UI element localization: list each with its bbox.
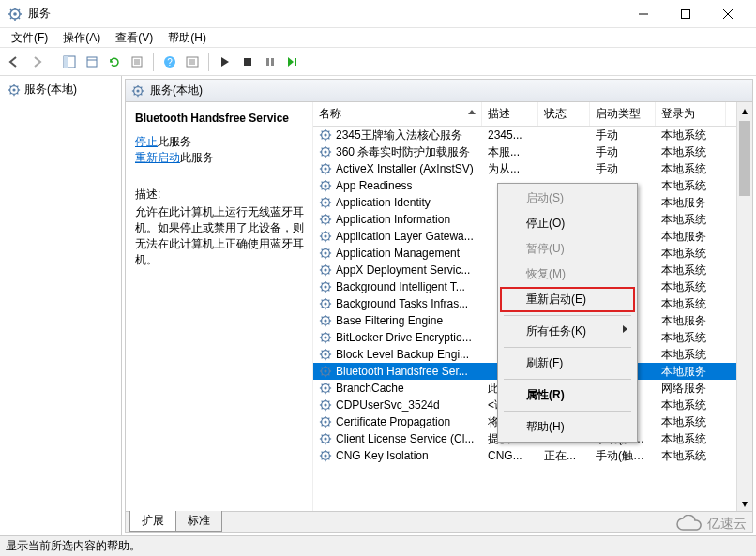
service-logon: 本地系统 [656,447,726,465]
toolbar-icon[interactable] [182,52,203,72]
menu-view[interactable]: 查看(V) [108,28,160,48]
service-status [538,134,590,136]
gear-icon [319,263,332,277]
service-desc: CNG... [482,448,538,463]
menu-help[interactable]: 帮助(H) [160,28,214,48]
service-name: Certificate Propagation [336,415,450,428]
restart-service-line: 重新启动此服务 [135,150,305,166]
service-desc: 为从... [482,160,538,178]
cm-refresh[interactable]: 刷新(F) [500,351,635,376]
tabs: 扩展 标准 [126,511,752,532]
stop-service-line: 停止此服务 [135,134,305,150]
maximize-button[interactable] [664,0,706,28]
forward-button[interactable] [26,52,47,72]
menu-file[interactable]: 文件(F) [4,28,55,48]
menu-action[interactable]: 操作(A) [55,28,108,48]
right-panel: 服务(本地) Bluetooth Handsfree Service 停止此服务… [125,79,753,533]
export-button[interactable] [82,52,102,72]
status-text: 显示当前所选内容的帮助。 [6,538,141,554]
gear-icon [319,348,332,361]
cm-help[interactable]: 帮助(H) [500,414,635,440]
cm-separator [504,379,631,380]
gear-icon [319,398,332,412]
table-row[interactable]: 2345王牌输入法核心服务2345...手动本地系统 [313,127,752,143]
vertical-scrollbar[interactable]: ▴ ▾ [736,102,752,511]
stop-button[interactable] [237,52,258,72]
service-status [538,151,590,153]
service-name: Application Information [336,213,450,226]
col-logon[interactable]: 登录为 [656,102,726,126]
cm-pause: 暂停(U) [500,236,635,262]
gear-icon [319,280,332,293]
gear-icon [319,230,332,243]
service-logon: 本地系统 [656,413,726,431]
col-start[interactable]: 启动类型 [590,102,656,126]
restart-button[interactable] [282,52,303,72]
service-name: BitLocker Drive Encryptio... [336,331,472,344]
scroll-thumb[interactable] [739,121,750,196]
description-text: 允许在此计算机上运行无线蓝牙耳机。如果停止或禁用了此设备，则无法在此计算机上正确… [135,204,305,268]
service-logon: 本地服务 [656,194,726,212]
service-desc: 本服... [482,143,538,161]
table-row[interactable]: 360 杀毒实时防护加载服务本服...手动本地系统 [313,143,752,160]
service-name: CDPUserSvc_3524d [336,398,440,412]
service-logon: 网络服务 [656,380,726,398]
service-name: Block Level Backup Engi... [336,348,469,361]
col-status[interactable]: 状态 [538,102,590,126]
close-button[interactable] [706,0,748,28]
service-logon: 本地系统 [656,177,726,195]
back-button[interactable] [4,52,24,72]
table-row[interactable]: ActiveX Installer (AxInstSV)为从...手动本地系统 [313,160,752,177]
service-start: 手动 [590,143,656,161]
gear-icon [319,297,332,310]
col-desc[interactable]: 描述 [482,102,538,126]
gear-icon [319,365,332,378]
show-hide-tree-button[interactable] [59,52,80,72]
restart-service-link[interactable]: 重新启动 [135,151,180,164]
col-name[interactable]: 名称 [313,102,482,126]
scroll-up-icon[interactable]: ▴ [737,102,752,118]
tab-extended[interactable]: 扩展 [129,511,176,532]
app-icon [8,7,23,22]
gear-icon [319,179,332,192]
service-status [538,168,590,170]
svg-rect-27 [271,58,274,66]
cm-properties[interactable]: 属性(R) [500,383,635,408]
cm-restart[interactable]: 重新启动(E) [500,287,635,312]
tree-node-services-local[interactable]: 服务(本地) [4,80,117,99]
pause-button[interactable] [260,52,280,72]
svg-rect-25 [244,58,251,66]
svg-rect-11 [681,9,689,18]
service-logon: 本地系统 [656,346,726,364]
svg-rect-28 [295,58,296,66]
gear-icon [319,415,332,428]
stop-service-link[interactable]: 停止 [135,135,158,148]
help-button[interactable]: ? [159,52,180,72]
service-desc: 2345... [482,128,538,143]
svg-rect-16 [87,57,97,67]
service-name: 2345王牌输入法核心服务 [336,128,462,143]
cm-stop[interactable]: 停止(O) [500,211,635,236]
service-name: Application Identity [336,196,431,209]
chevron-right-icon [623,325,627,333]
cm-start: 启动(S) [500,186,635,211]
context-menu: 启动(S) 停止(O) 暂停(U) 恢复(M) 重新启动(E) 所有任务(K) … [497,183,638,443]
gear-icon [319,162,332,175]
scroll-down-icon[interactable]: ▾ [737,495,752,511]
refresh-button[interactable] [104,52,125,72]
gear-icon [319,382,332,395]
table-row[interactable]: CNG Key IsolationCNG...正在...手动(触发...本地系统 [313,447,752,464]
gear-icon [319,432,332,445]
play-button[interactable] [215,52,235,72]
service-logon: 本地系统 [656,278,726,296]
cm-separator [504,315,631,316]
cm-separator [504,347,631,348]
tab-standard[interactable]: 标准 [175,511,222,532]
service-logon: 本地系统 [656,127,726,144]
service-start: 手动(触发... [590,447,656,465]
cm-all-tasks[interactable]: 所有任务(K) [500,319,635,344]
gear-icon [319,213,332,226]
toolbar: ? [0,48,756,76]
minimize-button[interactable] [622,0,664,28]
properties-button[interactable] [127,52,147,72]
